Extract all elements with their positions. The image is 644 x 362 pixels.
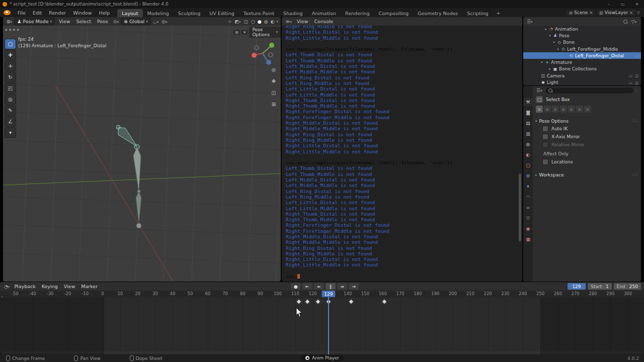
keyframe-diamond[interactable] xyxy=(315,299,320,304)
record-button[interactable]: ● xyxy=(291,283,301,290)
playhead[interactable] xyxy=(328,291,329,354)
viewport-menu-pose[interactable]: Pose xyxy=(94,19,111,24)
physics-tab-icon[interactable]: ◠ xyxy=(524,193,533,201)
measure-tool[interactable]: ∠ xyxy=(5,117,16,126)
console-output[interactable]: Right_Ring_Middle is not foundRight_Litt… xyxy=(286,24,517,282)
shading-rendered-icon[interactable]: ◐ xyxy=(270,19,276,24)
outliner-row-camera[interactable]: ◫Camera▭◫ xyxy=(523,72,641,79)
prev-keyframe-button[interactable]: ↞ xyxy=(314,283,324,290)
viewport-menu-view[interactable]: View xyxy=(56,19,73,24)
keyframe-diamond[interactable] xyxy=(296,299,301,304)
checkbox-row-locations[interactable]: Locations xyxy=(533,158,641,166)
outliner-row-left-forefinger-distal[interactable]: ◇Left_Forefinger_Distal◇ xyxy=(523,52,641,59)
workspace-tab-scripting[interactable]: Scripting xyxy=(462,9,493,17)
outliner-row-left-forefinger-middle[interactable]: ▾◇Left_Forefinger_Middle xyxy=(523,46,641,52)
outliner-row-bone-collections[interactable]: ▸▣Bone Collections xyxy=(523,66,641,72)
disable-render-icon[interactable]: ◫ xyxy=(635,80,638,85)
material-tab-icon[interactable]: ◉ xyxy=(524,225,533,232)
hide-viewport-icon[interactable]: ▭ xyxy=(629,80,632,85)
viewlayer-tab-icon[interactable]: ▥ xyxy=(524,130,533,137)
workspace-tab-rendering[interactable]: Rendering xyxy=(341,9,374,17)
timeline-menu-playback[interactable]: Playback xyxy=(11,284,38,289)
timeline-menu-view[interactable]: View xyxy=(61,284,78,289)
shading-solid-icon[interactable]: ● xyxy=(257,19,263,24)
hide-viewport-icon[interactable]: ▭ xyxy=(629,73,632,78)
outliner-row-bone[interactable]: ▾◇Bone xyxy=(523,39,641,46)
timeline-menu-marker[interactable]: Marker xyxy=(78,284,101,289)
workspace-tab-layout[interactable]: Layout xyxy=(117,9,142,17)
menu-edit[interactable]: Edit xyxy=(29,10,45,16)
expand-icon[interactable]: ▸ xyxy=(547,67,552,71)
workspace-tab-shading[interactable]: Shading xyxy=(279,9,307,17)
object-tab-icon[interactable]: ▢ xyxy=(524,161,533,169)
show-overlays-icon[interactable]: ◩▾ xyxy=(234,19,242,24)
workspace-tab-sculpting[interactable]: Sculpting xyxy=(174,9,205,17)
current-frame-field[interactable]: 129 xyxy=(568,283,586,290)
blender-logo-icon[interactable] xyxy=(4,10,11,15)
playhead-frame-chip[interactable]: 129 xyxy=(321,291,335,297)
filter-icon[interactable]: ▽ xyxy=(637,11,640,15)
timeline-menu-keying[interactable]: Keying xyxy=(39,284,61,289)
add-workspace-button[interactable]: + xyxy=(493,10,504,16)
console-menu-console[interactable]: Console xyxy=(311,19,336,24)
next-keyframe-button[interactable]: ↠ xyxy=(337,283,347,290)
expand-icon[interactable]: ▾ xyxy=(551,40,556,44)
maximize-button[interactable]: ▭ xyxy=(616,0,630,8)
console-menu-view[interactable]: View xyxy=(294,19,311,24)
rotate-tool[interactable]: ↻ xyxy=(5,72,16,82)
zoom-icon[interactable]: ◎ xyxy=(270,65,278,73)
pan-hand-icon[interactable]: ✥ xyxy=(270,77,278,85)
select-box-tool[interactable]: ▢ xyxy=(5,39,16,49)
menu-render[interactable]: Render xyxy=(45,10,69,16)
pose-extra-tool[interactable]: ▾ xyxy=(5,128,16,137)
modifier-tab-icon[interactable]: ⚙ xyxy=(524,172,533,179)
viewlayer-selector[interactable]: ▥ ViewLayer ✕ xyxy=(597,10,635,16)
cursor-tool[interactable]: ✚ xyxy=(5,50,16,60)
snap-magnet-icon[interactable]: ◡▾ xyxy=(152,19,159,24)
remove-viewlayer-icon[interactable]: ✕ xyxy=(629,11,633,15)
workspace-tab-compositing[interactable]: Compositing xyxy=(374,9,414,17)
tool-context-tab-1[interactable]: ▫ xyxy=(536,106,543,113)
expand-icon[interactable]: ▾ xyxy=(539,60,544,64)
pose-options-dropdown[interactable]: Pose Options ▾ xyxy=(249,27,281,38)
shading-dropdown-icon[interactable]: ▾ xyxy=(276,20,278,24)
properties-options-icon[interactable]: ∷ xyxy=(635,88,638,93)
output-tab-icon[interactable]: ▤ xyxy=(524,119,533,127)
orientation-selector[interactable]: ⊕ Global ▾ xyxy=(121,18,151,25)
unlink-scene-icon[interactable]: ✕ xyxy=(589,11,593,15)
checkbox-x-axis-mirror[interactable] xyxy=(542,134,548,140)
outliner-row-pose[interactable]: ▾♟Pose xyxy=(523,32,641,39)
annotate-tool[interactable]: ✎ xyxy=(5,106,16,115)
minimize-button[interactable]: – xyxy=(602,0,616,8)
outliner-editor-icon[interactable]: ☰▾ xyxy=(526,19,534,24)
popover-close-icon[interactable]: ✕ xyxy=(242,30,248,35)
properties-search-input[interactable] xyxy=(545,87,633,94)
viewport-menu-select[interactable]: Select xyxy=(73,19,94,24)
tool-context-tab-2[interactable]: ▫ xyxy=(544,106,551,113)
tool-context-tab-5[interactable]: ▫ xyxy=(568,106,575,113)
menu-help[interactable]: Help xyxy=(96,10,114,16)
keyframe-diamond[interactable] xyxy=(304,299,310,304)
menu-file[interactable]: File xyxy=(14,10,29,16)
checkbox-row-relative-mirror[interactable]: Relative Mirror xyxy=(533,141,641,149)
console-editor-icon[interactable]: ≫▾ xyxy=(284,19,293,24)
frame-start-field[interactable]: Start 1 xyxy=(588,283,612,290)
mode-selector[interactable]: ♟ Pose Mode ▾ xyxy=(14,18,55,25)
render-tab-icon[interactable]: ◙ xyxy=(524,109,533,116)
workspace-tab-geometry-nodes[interactable]: Geometry Nodes xyxy=(413,9,462,17)
active-tool-row[interactable]: ▢ Select Box xyxy=(533,95,641,104)
pose-options-section[interactable]: ▾ Pose Options ∷∷ xyxy=(533,117,641,125)
shading-wireframe-icon[interactable]: ○ xyxy=(250,19,256,24)
proportional-edit-icon[interactable]: ◎▾ xyxy=(160,19,168,24)
transform-tool[interactable]: ◎ xyxy=(5,95,16,104)
shading-material-icon[interactable]: ◍ xyxy=(263,19,269,24)
texture-tab-icon[interactable]: ▦ xyxy=(524,235,533,243)
frame-end-field[interactable]: End 250 xyxy=(614,283,641,290)
expand-icon[interactable]: ▸ xyxy=(543,27,548,31)
show-gizmo-icon[interactable]: ⊹ xyxy=(227,19,233,24)
outliner-row-light[interactable]: ✺Light▭◫ xyxy=(523,79,641,85)
scale-tool[interactable]: ◰ xyxy=(5,83,16,93)
move-tool[interactable]: ✛ xyxy=(5,61,16,71)
navigation-gizmo[interactable] xyxy=(250,40,276,66)
outliner-row-armature[interactable]: ▾✦Armature xyxy=(523,59,641,65)
